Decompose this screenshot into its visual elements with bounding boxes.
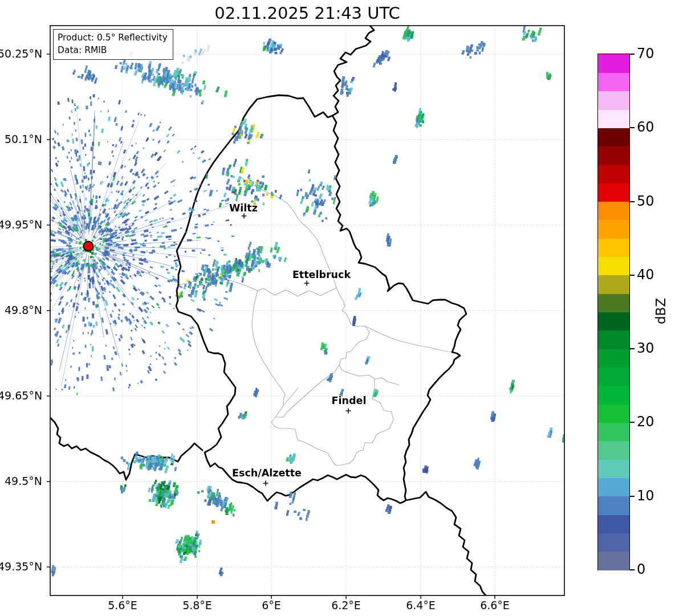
lon-tick-label: 6.6°E xyxy=(480,599,510,611)
city-label-wiltz: Wiltz xyxy=(229,202,258,214)
colorbar-tickmark xyxy=(630,54,635,55)
lat-tick-text: 49.8°N xyxy=(5,304,42,316)
colorbar-tickmark xyxy=(630,127,635,128)
colorbar-band xyxy=(598,367,629,386)
colorbar-band xyxy=(598,238,629,257)
colorbar-band xyxy=(598,72,629,91)
product-info-box: Product: 0.5° Reflectivity Data: RMIB xyxy=(53,29,173,60)
radar-figure: { "title": "02.11.2025 21:43 UTC", "info… xyxy=(0,0,675,616)
colorbar-tick-label: 50 xyxy=(637,194,654,208)
colorbar-band xyxy=(598,183,629,202)
lat-tick-text: 49.95°N xyxy=(0,218,42,231)
product-info-line1: Product: 0.5° Reflectivity xyxy=(58,31,168,44)
colorbar-tick-label: 20 xyxy=(637,415,654,429)
colorbar-band xyxy=(598,515,629,533)
lat-tick-text: 50.1°N xyxy=(5,133,42,145)
lon-tick-label: 6°E xyxy=(262,599,281,611)
colorbar-band xyxy=(598,91,629,110)
lat-tick-text: 49.35°N xyxy=(0,560,42,573)
colorbar-band xyxy=(598,533,629,552)
lon-tick-label: 5.8°E xyxy=(182,599,212,611)
colorbar-band xyxy=(598,165,629,183)
colorbar-tick-label: 60 xyxy=(637,120,654,134)
colorbar-tick-label: 40 xyxy=(637,268,654,282)
colorbar-band xyxy=(598,109,629,128)
colorbar-band xyxy=(598,459,629,478)
colorbar-tick-label: 10 xyxy=(637,489,654,503)
colorbar-band xyxy=(598,422,629,441)
lat-tick-text: 50.25°N xyxy=(0,47,42,60)
lat-tick-text: 49.65°N xyxy=(0,389,42,402)
colorbar-tick-label: 70 xyxy=(637,47,654,60)
colorbar-tickmark xyxy=(630,569,635,570)
colorbar-band xyxy=(598,312,629,331)
colorbar-band xyxy=(598,293,629,312)
city-label-ettelbruck: Ettelbruck xyxy=(292,269,351,280)
city-label-eschalzette: Esch/Alzette xyxy=(232,467,302,479)
colorbar-axis-label: dBZ xyxy=(653,298,668,324)
lon-tick-label: 6.4°E xyxy=(406,599,436,611)
colorbar-tickmark xyxy=(630,275,635,276)
colorbar-band xyxy=(598,257,629,276)
colorbar-band xyxy=(598,128,629,146)
colorbar-band xyxy=(598,552,629,570)
lon-tick-label: 5.6°E xyxy=(108,599,137,611)
city-label-findel: Findel xyxy=(332,395,367,406)
colorbar-band xyxy=(598,478,629,496)
product-info-line2: Data: RMIB xyxy=(58,44,168,56)
lat-tick-text: 49.5°N xyxy=(5,475,42,487)
colorbar xyxy=(598,54,629,570)
colorbar-band xyxy=(598,386,629,405)
colorbar-band xyxy=(598,404,629,423)
colorbar-tickmark xyxy=(630,422,635,423)
colorbar-band xyxy=(598,275,629,294)
colorbar-band xyxy=(598,496,629,515)
colorbar-band xyxy=(598,331,629,349)
colorbar-tick-label: 30 xyxy=(637,341,654,355)
colorbar-band xyxy=(598,54,629,73)
plot-title: 02.11.2025 21:43 UTC xyxy=(214,3,400,23)
lon-tick-label: 6.2°E xyxy=(331,599,361,611)
colorbar-band xyxy=(598,220,629,239)
colorbar-band xyxy=(598,441,629,460)
radar-map-canvas xyxy=(0,0,675,616)
colorbar-band xyxy=(598,349,629,368)
colorbar-tickmark xyxy=(630,496,635,497)
colorbar-band xyxy=(598,202,629,221)
colorbar-tickmark xyxy=(630,348,635,349)
colorbar-tick-label: 0 xyxy=(637,562,645,576)
colorbar-band xyxy=(598,146,629,165)
colorbar-tickmark xyxy=(630,201,635,202)
